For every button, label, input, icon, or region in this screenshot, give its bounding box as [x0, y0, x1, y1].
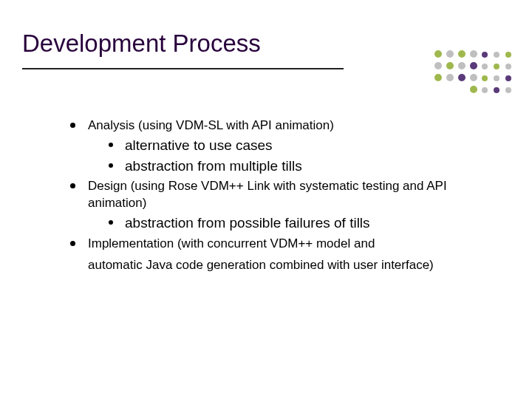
list-item: abstraction from possible failures of ti… [109, 214, 495, 233]
dot-icon [434, 50, 442, 58]
dot-icon [470, 74, 477, 81]
title-row: Development Process [22, 30, 495, 62]
dot-icon [446, 50, 454, 58]
list-item: Design (using Rose VDM++ Link with syste… [70, 178, 495, 233]
dot-icon [446, 74, 454, 81]
bullet-text: Analysis (using VDM-SL with API animatio… [88, 118, 334, 132]
dot-icon [458, 50, 466, 58]
dot-icon [482, 75, 488, 81]
continuation-text: automatic Java code generation combined … [88, 257, 495, 274]
dot-icon [458, 74, 466, 81]
dot-icon [494, 87, 499, 93]
dot-icon [434, 74, 442, 81]
sub-bullet-text: alternative to use cases [125, 137, 273, 153]
sub-bullet-text: abstraction from possible failures of ti… [125, 215, 370, 231]
dot-icon [434, 62, 442, 69]
dot-icon [505, 64, 511, 69]
list-item: alternative to use cases [109, 136, 495, 155]
list-item: Implementation (with concurrent VDM++ mo… [70, 236, 495, 253]
content-area: Analysis (using VDM-SL with API animatio… [22, 117, 495, 274]
dot-icon [470, 62, 477, 69]
dot-icon [494, 52, 499, 58]
dot-icon [505, 75, 511, 81]
dot-icon [470, 86, 477, 93]
dot-icon [482, 64, 488, 69]
dot-icon [458, 62, 466, 69]
dot-icon [505, 87, 511, 93]
decorative-dots [434, 50, 517, 102]
dot-icon [482, 87, 488, 93]
dot-icon [494, 64, 499, 69]
dot-icon [505, 52, 511, 58]
bullet-text: Implementation (with concurrent VDM++ mo… [88, 236, 375, 250]
title-underline [22, 68, 344, 69]
sub-list: alternative to use cases abstraction fro… [109, 136, 495, 175]
list-item: Analysis (using VDM-SL with API animatio… [70, 117, 495, 175]
sub-list: abstraction from possible failures of ti… [109, 214, 495, 233]
dot-icon [446, 62, 454, 69]
bullet-list: Analysis (using VDM-SL with API animatio… [70, 117, 495, 253]
slide-title: Development Process [22, 30, 261, 62]
sub-bullet-text: abstraction from multiple tills [125, 158, 302, 174]
slide: Development Process Analysis (using [0, 0, 532, 399]
dot-icon [470, 50, 477, 58]
list-item: abstraction from multiple tills [109, 157, 495, 176]
dot-icon [482, 52, 488, 58]
bullet-text: Design (using Rose VDM++ Link with syste… [88, 179, 447, 210]
dot-icon [494, 75, 499, 81]
